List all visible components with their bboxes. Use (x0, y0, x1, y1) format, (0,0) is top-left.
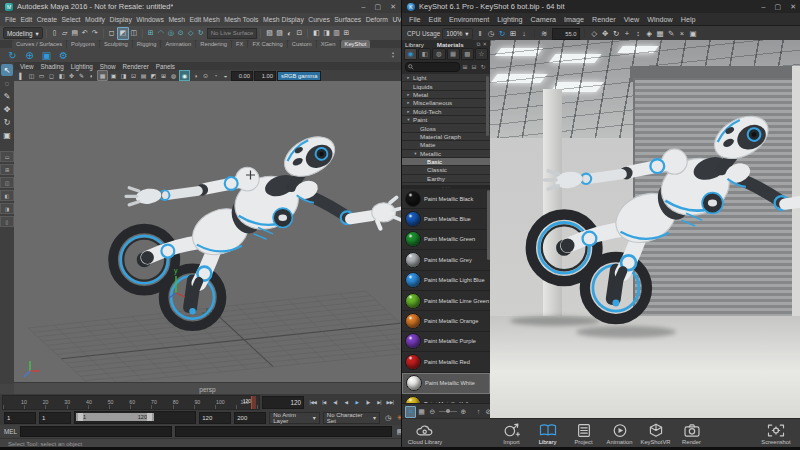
material-item[interactable]: Paint Metallic White (402, 373, 490, 394)
keyshot-title-bar[interactable]: K KeyShot 6.1 Pro - KeyShot 6 bot.bip - … (402, 0, 800, 13)
shelf-tab[interactable]: XGen (317, 40, 340, 48)
shelf-tab[interactable]: Polygons (67, 40, 99, 48)
tool-icon[interactable]: ◌ (1, 77, 13, 89)
panel-toolbar-icon[interactable]: ◔ (211, 71, 220, 80)
library-tab[interactable]: ▩ (461, 48, 474, 60)
dock-library-button[interactable]: Library (531, 423, 565, 445)
keyshot-toolbar-icon[interactable]: ✥ (600, 28, 611, 39)
panel-toolbar-icon[interactable]: ◩ (149, 71, 158, 80)
maya-3d-viewport[interactable]: y (14, 81, 401, 382)
panel-toolbar-icon[interactable]: ⊞ (159, 71, 168, 80)
make-live-icon[interactable]: ↻ (196, 28, 206, 39)
gamma-field[interactable]: 1.00 (254, 71, 276, 81)
keyshot-toolbar-icon[interactable]: ⊞ (508, 28, 519, 39)
playback-button[interactable]: |◀ (319, 397, 329, 408)
maya-mode-dropdown[interactable]: Modeling▾ (3, 27, 43, 39)
tree-item[interactable]: Material Graph (402, 133, 490, 141)
maya-menu-item[interactable]: Modify (85, 16, 105, 23)
cloud-library-button[interactable]: Cloud Library (408, 423, 442, 445)
panel-toolbar-icon[interactable]: ▌ (17, 71, 26, 80)
tree-item[interactable]: Liquids (402, 82, 490, 90)
layout-button[interactable]: ◨ (0, 203, 14, 214)
panel-toolbar-icon[interactable]: ⊙ (201, 71, 210, 80)
library-action-icon[interactable]: ⊟ (470, 62, 478, 71)
tree-item[interactable]: Gloss (402, 124, 490, 132)
tool-settings-toggle-icon[interactable]: ◨ (321, 28, 331, 39)
tree-scrollbar[interactable] (486, 76, 489, 136)
maya-menu-item[interactable]: Edit (20, 16, 32, 23)
panel-toolbar-icon[interactable]: ◨ (119, 71, 128, 80)
panel-toolbar-icon[interactable]: ◧ (57, 71, 66, 80)
exposure-field[interactable]: 0.00 (231, 71, 253, 81)
library-tab[interactable]: ◍ (432, 48, 445, 60)
layout-button[interactable]: ◫ (0, 177, 14, 188)
render-settings-icon[interactable]: ⊡ (294, 28, 304, 39)
maya-menu-item[interactable]: Mesh (168, 16, 185, 23)
keyshot-toolbar-icon[interactable]: × (677, 28, 688, 39)
maya-menu-item[interactable]: Edit Mesh (190, 16, 220, 23)
attribute-editor-toggle-icon[interactable]: ◧ (311, 28, 321, 39)
keyshot-minimize-button[interactable]: – (762, 3, 766, 11)
snap-to-curve-icon[interactable]: ◠ (156, 28, 166, 39)
maya-menu-item[interactable]: Curves (308, 16, 330, 23)
dock-project-button[interactable]: Project (567, 423, 601, 445)
range-icon[interactable]: ◷ (383, 412, 393, 423)
playback-button[interactable]: |▶ (363, 397, 373, 408)
dock-keyshotvr-button[interactable]: KeyShotVR (639, 423, 673, 445)
layout-button[interactable]: ◧ (0, 190, 14, 201)
close-panel-icon[interactable]: ✕ (482, 41, 487, 47)
keyshot-toolbar-icon[interactable]: ▦ (655, 28, 666, 39)
shelf-scroll-arrows[interactable]: ▲▼ (391, 51, 395, 59)
library-tab[interactable]: ☆ (475, 48, 488, 60)
range-slider[interactable]: 1 120 (74, 411, 196, 424)
maya-close-button[interactable]: ✕ (390, 3, 396, 11)
keyshot-toolbar-icon[interactable]: ↕ (633, 28, 644, 39)
live-surface-field[interactable]: No Live Surface (207, 28, 258, 39)
keyshot-toolbar-icon[interactable]: ↻ (497, 28, 508, 39)
library-footer-icon[interactable]: ↑ (474, 407, 483, 417)
shelf-tab[interactable]: Sculpting (100, 40, 132, 48)
select-component-icon[interactable]: ◫ (129, 28, 139, 39)
playback-button[interactable]: ▶ (352, 397, 362, 408)
material-item[interactable]: Paint Metallic Red (402, 352, 490, 372)
channel-box-toggle-icon[interactable]: ▥ (331, 28, 341, 39)
zoom-in-icon[interactable]: ⊕ (459, 407, 468, 417)
select-hierarchy-icon[interactable]: ◻ (107, 28, 117, 39)
keyshot-toolbar-icon[interactable]: ✎ (666, 28, 677, 39)
tree-item[interactable]: Matte (402, 141, 490, 149)
modeling-toolkit-toggle-icon[interactable]: ⊞ (341, 28, 351, 39)
snap-to-grid-icon[interactable]: ⊞ (146, 28, 156, 39)
panel-toolbar-icon[interactable]: ⊡ (129, 71, 138, 80)
material-item[interactable]: Paint Metallic Light Blue (402, 271, 490, 291)
playback-end-field[interactable]: 120 (199, 412, 231, 424)
layout-button[interactable]: ▭ (0, 151, 14, 162)
keyshot-toolbar-icon[interactable]: ◇ (589, 28, 600, 39)
panel-menu-item[interactable]: Shading (41, 63, 64, 70)
keyshot-render-icon[interactable]: ↻ (6, 50, 19, 61)
open-scene-icon[interactable]: ▱ (60, 28, 70, 39)
current-frame-field[interactable]: 120 (262, 396, 304, 409)
panel-menu-item[interactable]: Lighting (71, 63, 93, 70)
keyshot-toolbar-icon[interactable]: + (622, 28, 633, 39)
playback-button[interactable]: ◀ (341, 397, 351, 408)
cpu-usage-dropdown[interactable]: 100%▾ (442, 28, 472, 40)
keyshot-maximize-button[interactable]: ▢ (775, 3, 782, 11)
keyshot-menu-item[interactable]: Lighting (497, 15, 522, 24)
search-input[interactable] (405, 62, 460, 72)
panel-toolbar-icon[interactable]: ▭ (37, 71, 46, 80)
focal-length-field[interactable]: 55.0 (552, 28, 580, 40)
keyshot-toolbar-icon[interactable]: ◷ (486, 28, 497, 39)
maya-menu-item[interactable]: Select (62, 16, 81, 23)
tree-item[interactable]: ▸ Light (402, 74, 490, 82)
shelf-tab[interactable]: Rigging (133, 40, 161, 48)
keyshot-toolbar-icon[interactable]: ↻ (611, 28, 622, 39)
detach-panel-icon[interactable]: ⧉ (476, 41, 480, 48)
playback-button[interactable]: ▶▶| (385, 397, 395, 408)
panel-toolbar-icon[interactable]: ✎ (77, 71, 86, 80)
panel-toolbar-icon[interactable]: ◒ (221, 71, 230, 80)
panel-toolbar-icon[interactable]: ▣ (109, 71, 118, 80)
tree-item[interactable]: ▾ Paint (402, 116, 490, 124)
keyshot-render-viewport[interactable] (490, 40, 800, 418)
keyshot-toolbar-icon[interactable]: ‖ (475, 28, 486, 39)
range-handle-right[interactable] (147, 413, 152, 421)
